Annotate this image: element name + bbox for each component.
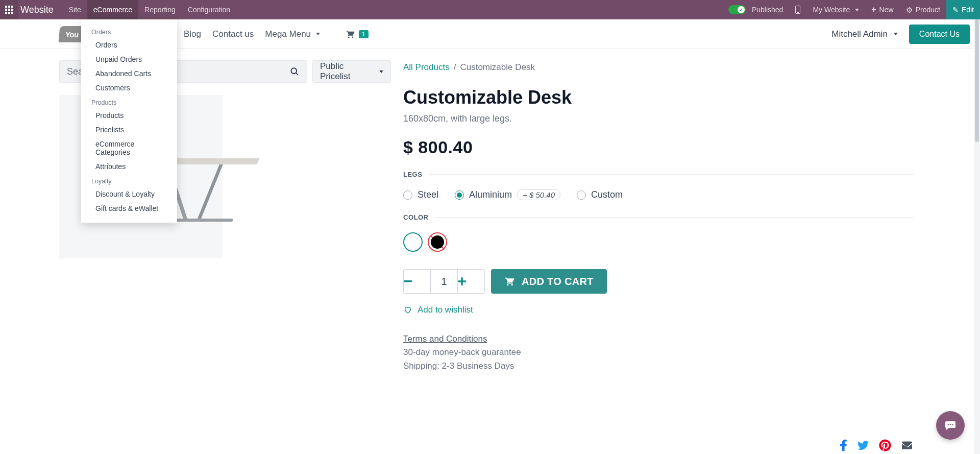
quantity-stepper: 1 [403, 269, 485, 294]
twitter-icon[interactable] [856, 440, 870, 451]
apps-launcher[interactable] [0, 0, 18, 19]
qty-decrease-button[interactable] [404, 270, 430, 293]
legs-option-aluminium[interactable]: Aluminium + $ 50.40 [455, 189, 560, 200]
edit-button[interactable]: Edit [946, 0, 980, 19]
pinterest-icon[interactable] [879, 439, 891, 451]
legs-option-custom-label: Custom [591, 189, 623, 200]
email-icon[interactable] [900, 440, 914, 450]
ecommerce-dropdown: Orders Orders Unpaid Orders Abandoned Ca… [81, 19, 177, 223]
legs-option-aluminium-label: Aluminium [469, 189, 512, 200]
variant-color-label: COLOR [403, 213, 428, 221]
menu-ecommerce-categories[interactable]: eCommerce Categories [81, 137, 177, 159]
svg-point-5 [948, 424, 949, 425]
topmenu-configuration[interactable]: Configuration [182, 0, 236, 19]
site-nav: Blog Contact us Mega Menu [184, 29, 320, 39]
menu-products[interactable]: Products [81, 108, 177, 123]
check-icon [728, 5, 746, 14]
nav-contact-us[interactable]: Contact us [212, 29, 254, 39]
new-label: New [879, 6, 894, 14]
nav-mega-menu-label: Mega Menu [265, 29, 311, 39]
menu-customers[interactable]: Customers [81, 81, 177, 95]
product-terms-block: Terms and Conditions 30-day money-back g… [403, 332, 914, 373]
guarantee-text: 30-day money-back guarantee [403, 347, 521, 357]
menu-gift-cards-ewallet[interactable]: Gift cards & eWallet [81, 201, 177, 216]
menu-attributes[interactable]: Attributes [81, 159, 177, 174]
published-toggle[interactable]: Published [722, 0, 790, 19]
color-swatch-white[interactable] [403, 232, 423, 252]
topmenu-site[interactable]: Site [63, 0, 87, 19]
cart-icon [504, 276, 516, 286]
legs-option-steel[interactable]: Steel [403, 189, 438, 200]
heart-icon [403, 306, 412, 314]
radio-icon [403, 190, 412, 200]
color-swatch-black-disabled[interactable] [428, 232, 447, 252]
cart-link[interactable]: 1 [346, 30, 369, 39]
add-to-cart-label: ADD TO CART [522, 276, 594, 288]
qty-value[interactable]: 1 [430, 270, 458, 293]
published-label: Published [752, 6, 783, 14]
site-logo-text: You [65, 30, 79, 39]
page-scrollbar[interactable] [974, 19, 980, 454]
topmenu-reporting[interactable]: Reporting [138, 0, 182, 19]
facebook-icon[interactable] [840, 439, 847, 452]
product-subtitle: 160x80cm, with large legs. [403, 113, 914, 124]
plus-icon [871, 6, 876, 14]
terms-link[interactable]: Terms and Conditions [403, 334, 487, 344]
breadcrumb-current: Customizable Desk [460, 62, 534, 73]
product-settings-button[interactable]: Product [900, 0, 946, 19]
chevron-down-icon [379, 70, 383, 73]
website-switcher-label: My Website [813, 6, 850, 14]
app-title[interactable]: Website [18, 0, 63, 19]
pricelist-select[interactable]: Public Pricelist [312, 60, 391, 83]
product-settings-label: Product [916, 6, 940, 14]
menu-abandoned-carts[interactable]: Abandoned Carts [81, 66, 177, 81]
edit-label: Edit [962, 6, 974, 14]
app-topbar: Website Site eCommerce Reporting Configu… [0, 0, 980, 19]
menu-orders[interactable]: Orders [81, 38, 177, 52]
user-menu[interactable]: Mitchell Admin [831, 29, 898, 39]
add-to-cart-button[interactable]: ADD TO CART [491, 269, 607, 294]
gear-icon [906, 6, 913, 14]
plus-icon [458, 277, 466, 285]
minus-icon [404, 280, 412, 282]
mobile-preview-button[interactable] [789, 0, 806, 19]
shipping-text: Shipping: 2-3 Business Days [403, 361, 514, 371]
website-switcher[interactable]: My Website [806, 0, 865, 19]
search-icon [289, 66, 300, 77]
mobile-icon [795, 6, 800, 14]
chevron-down-icon [894, 33, 898, 35]
product-details: All Products / Customizable Desk Customi… [403, 49, 980, 385]
breadcrumb-sep: / [454, 62, 456, 73]
variant-legs-section: LEGS Steel Aluminium + $ 50.40 Custom [403, 171, 914, 200]
grid-icon [5, 6, 13, 14]
legs-option-aluminium-extra: + $ 50.40 [517, 189, 560, 200]
breadcrumb-root[interactable]: All Products [403, 62, 450, 73]
product-price: $ 800.40 [403, 137, 914, 157]
svg-rect-2 [404, 280, 412, 282]
share-row [840, 439, 914, 452]
user-name-label: Mitchell Admin [831, 29, 888, 39]
breadcrumb: All Products / Customizable Desk [403, 62, 914, 73]
nav-mega-menu[interactable]: Mega Menu [265, 29, 320, 39]
menu-unpaid-orders[interactable]: Unpaid Orders [81, 52, 177, 66]
legs-option-steel-label: Steel [418, 189, 438, 200]
chat-icon [944, 419, 957, 432]
cart-icon [346, 30, 356, 39]
topmenu-ecommerce[interactable]: eCommerce [87, 0, 138, 19]
dropdown-group-loyalty: Loyalty [81, 174, 177, 187]
add-to-wishlist[interactable]: Add to wishlist [403, 305, 914, 315]
nav-blog[interactable]: Blog [184, 29, 201, 39]
wishlist-label: Add to wishlist [418, 305, 473, 315]
chevron-down-icon [855, 9, 859, 11]
qty-increase-button[interactable] [458, 270, 484, 293]
livechat-button[interactable] [936, 411, 965, 440]
menu-discount-loyalty[interactable]: Discount & Loyalty [81, 187, 177, 201]
svg-rect-4 [458, 280, 466, 282]
radio-icon [455, 190, 464, 200]
menu-pricelists[interactable]: Pricelists [81, 123, 177, 137]
legs-option-custom[interactable]: Custom [577, 189, 623, 200]
contact-us-button[interactable]: Contact Us [909, 25, 970, 44]
svg-line-1 [296, 73, 298, 75]
new-button[interactable]: New [865, 0, 899, 19]
product-title: Customizable Desk [403, 87, 914, 108]
